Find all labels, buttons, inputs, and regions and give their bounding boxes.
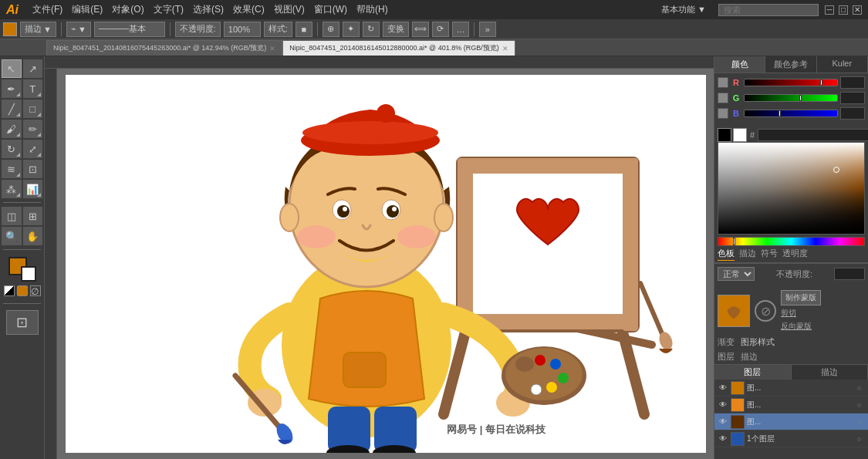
b-slider-track[interactable] [744, 110, 838, 117]
width-field[interactable] [99, 25, 160, 34]
menu-view[interactable]: 视图(V) [274, 3, 305, 16]
blend-mode-select[interactable]: 正常 [718, 267, 755, 281]
toolbar: 描边 ▼ ⌁ ▼ 不透明度: 样式: ■ ⊕ ✦ ↻ 变换 ⟺ ⟳ … » [0, 19, 868, 39]
tab-2[interactable]: Nipic_8047451_20140816145012880000.ai* @… [282, 40, 515, 56]
gradient-tool[interactable]: ◫ [2, 207, 22, 225]
g-slider-track[interactable] [744, 94, 838, 102]
background-swatch[interactable] [21, 266, 36, 282]
tool-row-5: ↻ ⤢ [2, 140, 42, 158]
tab-color[interactable]: 颜色 [714, 56, 765, 73]
menu-effect[interactable]: 效果(C) [233, 3, 265, 16]
clip-action[interactable]: 剪切 [781, 308, 821, 319]
layer-row-3[interactable]: 👁 图... ○ [714, 413, 868, 430]
ruler-left [45, 69, 57, 459]
menu-bar[interactable]: 文件(F) 编辑(E) 对象(O) 文字(T) 选择(S) 效果(C) 视图(V… [32, 3, 388, 16]
hex-input[interactable]: D1975E [758, 129, 868, 141]
eye-icon-3[interactable]: 👁 [718, 417, 728, 427]
artboard-tool[interactable]: ⊡ [6, 310, 39, 335]
style-swatch[interactable]: ■ [296, 22, 312, 37]
stroke-button[interactable]: 描边 ▼ [20, 22, 56, 37]
sub-tab-transparency[interactable]: 透明度 [782, 248, 808, 261]
line-tool[interactable]: ╱ [2, 100, 22, 118]
no-color-icon[interactable]: ∅ [30, 285, 41, 296]
direct-select-tool[interactable]: ↗ [23, 59, 43, 78]
eye-icon-4[interactable]: 👁 [718, 434, 728, 444]
menu-edit[interactable]: 编辑(E) [72, 3, 103, 16]
layers-tab-main[interactable]: 图层 [714, 365, 792, 380]
flip-v-icon[interactable]: ⟳ [432, 22, 449, 37]
svg-point-35 [337, 205, 350, 218]
tool-row-2: ✒ T [2, 79, 42, 98]
select-tool[interactable]: ↖ [2, 59, 22, 78]
layer-row-2[interactable]: 👁 图... ○ [714, 397, 868, 413]
symbol-tool[interactable]: ⁂ [2, 180, 22, 198]
flip-h-icon[interactable]: ⟺ [412, 22, 429, 37]
color-mode-icon[interactable] [17, 285, 28, 296]
layers-tab-stroke[interactable]: 描边 [792, 365, 869, 380]
tab-color-guide[interactable]: 颜色参考 [765, 56, 816, 73]
g-value[interactable]: 151 [840, 92, 865, 104]
tab-kuler[interactable]: Kuler [817, 56, 868, 73]
eye-icon-1[interactable]: 👁 [718, 383, 728, 393]
sub-tab-swatches[interactable]: 色板 [718, 248, 735, 261]
reverse-action[interactable]: 反向蒙版 [781, 321, 821, 332]
search-input[interactable] [718, 4, 819, 16]
opacity-value-item[interactable] [224, 22, 261, 37]
r-value[interactable]: 209 [840, 76, 865, 89]
opacity-label-right: 不透明度: [776, 268, 812, 280]
distort-icon[interactable]: ✦ [343, 22, 360, 37]
fill-swatch[interactable] [3, 22, 17, 36]
eye-icon-2[interactable]: 👁 [718, 400, 728, 410]
r-swatch [718, 77, 728, 88]
create-mask-button[interactable]: 制作蒙版 [781, 290, 821, 305]
bg-color-swatch[interactable] [733, 128, 747, 142]
hand-tool[interactable]: ✋ [23, 227, 43, 245]
transform-label[interactable]: 变换 [383, 22, 409, 37]
tab-1[interactable]: Nipic_8047451_20140816075445263000.ai* @… [46, 40, 282, 56]
pen-tool[interactable]: ✒ [2, 79, 22, 98]
rotate-tool[interactable]: ↻ [2, 140, 22, 158]
pencil-tool[interactable]: ✏ [23, 120, 43, 138]
opacity-field[interactable] [228, 25, 256, 34]
tab-1-close[interactable]: ✕ [269, 45, 275, 52]
color-spectrum[interactable] [718, 142, 865, 235]
hue-bar[interactable] [718, 237, 865, 246]
type-tool[interactable]: T [23, 79, 43, 98]
layer-row-4[interactable]: 👁 1个图层 ○ [714, 430, 868, 447]
rotate-icon[interactable]: ↻ [363, 22, 380, 37]
menu-text[interactable]: 文字(T) [154, 3, 184, 16]
brush-tool[interactable]: ⌁ ▼ [66, 22, 91, 37]
warp-tool[interactable]: ≋ [2, 160, 22, 178]
menu-window[interactable]: 窗口(W) [314, 3, 347, 16]
stroke-width-input[interactable] [94, 22, 165, 37]
scale-tool[interactable]: ⤢ [23, 140, 43, 158]
sub-tab-symbols[interactable]: 符号 [761, 248, 778, 261]
rect-tool[interactable]: □ [23, 100, 43, 118]
opacity-input-right[interactable]: 100% [834, 268, 865, 280]
free-trans-tool[interactable]: ⊡ [23, 160, 43, 178]
menu-select[interactable]: 选择(S) [193, 3, 224, 16]
minimize-button[interactable]: ─ [825, 5, 834, 15]
tab-2-close[interactable]: ✕ [502, 45, 508, 52]
layer-name-1: 图... [747, 383, 855, 393]
layer-row-1[interactable]: 👁 图... ○ [714, 380, 868, 397]
chart-tool[interactable]: 📊 [23, 180, 43, 198]
b-value[interactable]: 94 [840, 107, 865, 120]
mesh-tool[interactable]: ⊞ [23, 207, 43, 225]
close-button[interactable]: ✕ [853, 5, 862, 15]
menu-file[interactable]: 文件(F) [32, 3, 62, 16]
brush-tool[interactable]: 🖌 [2, 120, 22, 138]
sub-tab-stroke[interactable]: 描边 [739, 248, 756, 261]
right-expand-icon[interactable]: » [479, 22, 496, 37]
menu-help[interactable]: 帮助(H) [356, 3, 388, 16]
no-icon[interactable]: ⊘ [755, 300, 776, 322]
warp-icon[interactable]: ⊕ [323, 22, 339, 37]
zoom-tool[interactable]: 🔍 [2, 227, 22, 245]
swap-colors-icon[interactable] [4, 285, 15, 296]
fg-color-swatch[interactable] [718, 128, 731, 142]
maximize-button[interactable]: □ [839, 5, 848, 15]
r-slider-track[interactable] [744, 79, 838, 86]
more-icon[interactable]: … [452, 22, 469, 37]
menu-object[interactable]: 对象(O) [112, 3, 144, 16]
thumb-area: ⊘ 制作蒙版 剪切 反向蒙版 [714, 287, 868, 335]
